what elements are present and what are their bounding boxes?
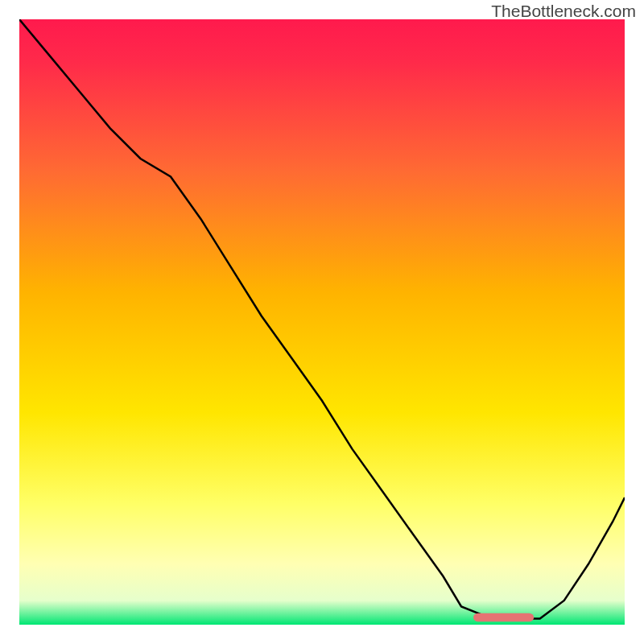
watermark-text: TheBottleneck.com bbox=[491, 2, 636, 21]
optimal-marker bbox=[473, 613, 534, 622]
gradient-background bbox=[19, 19, 625, 625]
chart-container: TheBottleneck.com bbox=[0, 0, 644, 644]
chart-svg bbox=[19, 19, 625, 625]
